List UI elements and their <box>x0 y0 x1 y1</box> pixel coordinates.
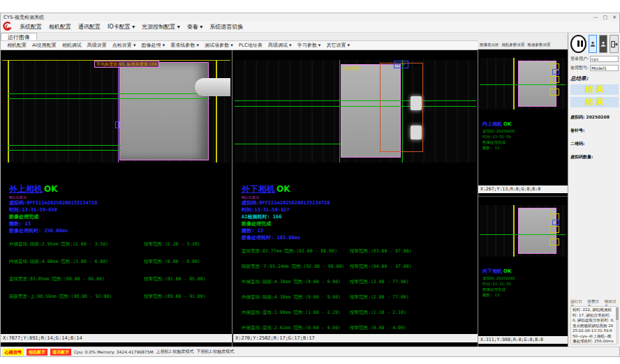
camera-view-outer-bottom[interactable]: AI绘图区 F23.8 外下相机OK <box>233 50 478 347</box>
info-line: 虚拟码:20250208 <box>482 128 515 134</box>
tab-camera-params[interactable]: 相机参数设置 <box>502 43 525 47</box>
menu-view[interactable]: 查看 ▾ <box>184 23 207 31</box>
green-measure-line <box>480 234 566 235</box>
close-icon[interactable]: ✕ <box>612 14 617 21</box>
camera-image-outer-top[interactable]: 平均灰度值:93, 标准灰度值:100 <box>2 60 230 162</box>
model-label: 使用型号: <box>570 65 589 71</box>
alarm-range: 报警范围:(81.00 - 85.00) <box>144 276 206 282</box>
camera-view-outer-top[interactable]: 平均灰度值:93, 标准灰度值:100 外上相机OK <box>1 50 232 347</box>
info-line: 虚拟码:20250208 <box>482 275 515 281</box>
thumbnail-inner-top[interactable]: 内上相机OK 虚拟码:20250208 时间:13-31-59 图像处理完成 圈… <box>478 50 568 197</box>
roller-arm <box>195 78 230 96</box>
capture-time: 时间:13-31-59-627 <box>242 206 475 213</box>
user-button[interactable] <box>589 35 597 53</box>
menu-bar: 系统配置 相机配置 通讯配置 IO卡配置 ▾ 光源控制配置 ▾ 查看 ▾ 系统语… <box>1 21 619 33</box>
yellow-line <box>513 58 515 109</box>
capture-time: 时间:13-31-59-650 <box>9 206 229 213</box>
tool-plc-address[interactable]: PLC地址表 <box>236 42 265 49</box>
qr-code-label: 二维码: <box>570 141 619 147</box>
total-result-label: 总结果: <box>570 75 619 82</box>
blue-roi-box <box>552 69 559 75</box>
log-scrollbar[interactable] <box>616 306 619 344</box>
login-user-row: 登录用户: cys <box>570 56 619 62</box>
maximize-icon[interactable]: ▢ <box>603 14 608 21</box>
info-line: 图像处理完成 <box>482 139 515 145</box>
tool-camera-debug[interactable]: 相机调试 <box>59 42 84 49</box>
tool-test-params[interactable]: 测试项参数 ▾ <box>202 42 236 49</box>
camera-title: 内上相机 <box>482 121 502 127</box>
tool-image-processing[interactable]: 图像处理 ▾ <box>139 42 168 49</box>
thumbnail-inner-bottom[interactable]: 内下相机OK 虚拟码:20250208 时间:13-31-59 图像处理完成 圈… <box>478 197 568 347</box>
title-bar: CYS-视觉检测系统 — ▢ ✕ <box>1 13 619 21</box>
code-count-label: 虚拟码数量: <box>570 154 619 160</box>
info-line: 圈数: 13 <box>482 145 515 151</box>
green-measure-line <box>8 98 210 99</box>
green-measure-line <box>235 144 341 144</box>
tool-ai-config[interactable]: AI使用配置 <box>29 42 59 49</box>
result-info-outer-bottom: 外下相机OK NG:0;B:0 虚拟码:0FFIIim2025020813313… <box>242 181 475 340</box>
tab-detect-params[interactable]: 检测参数设置 <box>528 43 551 47</box>
tool-advanced-settings[interactable]: 高级设置 <box>84 42 110 49</box>
login-user-input[interactable]: cys <box>590 56 619 62</box>
exit-door-icon <box>610 40 618 48</box>
panel-buttons <box>570 35 619 53</box>
camera-title: 内下相机 <box>482 268 502 274</box>
main-view-column: 运行图像 相机配置 AI使用配置 相机调试 高级设置 点检设置 ▾ 图像处理 ▾… <box>1 33 478 347</box>
ai-draw-area-label: AI绘图区 <box>344 66 360 72</box>
status-ok-label: OK <box>44 184 58 194</box>
alarm-range: 报警范围:(0.00 - 8.00) <box>144 259 200 264</box>
cpu-memory-readout: Cpu: 0.0% Memory: 3424.41796875M <box>74 349 154 354</box>
exit-button[interactable] <box>610 35 619 53</box>
tab-row: 运行图像 <box>1 33 478 41</box>
measurement-value: 外侧直线-直线:2.61mm 范围:(0.60 - 4.00) <box>242 325 350 331</box>
camera-status-badge: 相机断开 <box>27 349 47 356</box>
virtual-code: 虚拟码:0FFIIim20250208133134728 <box>9 199 229 206</box>
menu-system-config[interactable]: 系统配置 <box>16 23 45 31</box>
menu-camera-config[interactable]: 相机配置 <box>45 23 75 31</box>
measurement-value: 内侧直线-隔膜:4.38mm 范围:(0.00 - 9.00) <box>242 294 350 300</box>
process-elapsed: 图像处理耗时: 258.00ms <box>9 227 229 234</box>
thumbnail-image[interactable] <box>480 205 566 257</box>
thumbnail-image[interactable] <box>480 58 566 109</box>
process-done-label: 图像处理完成 <box>9 213 229 220</box>
measurement-value: 直线宽度:83.05mm 范围:(80.00 - 86.00) <box>9 276 144 282</box>
measurement-row: 内侧直线-直线:1.90mm 范围:(1.00 - 2.20)报警范围:(1.1… <box>242 310 475 315</box>
blue-roi-box: F23.8 <box>394 61 408 68</box>
alarm-range: 报警范围:(2.00 - 77.00) <box>350 279 409 285</box>
pause-button[interactable] <box>570 35 586 53</box>
green-measure-line <box>235 100 476 101</box>
measurement-value: 内侧直线-直线:1.90mm 范围:(1.00 - 2.20) <box>242 310 350 315</box>
tool-spot-check[interactable]: 点检设置 ▾ <box>110 42 139 49</box>
operator-button[interactable] <box>599 35 607 53</box>
tab-image-display[interactable]: 图像显示区 <box>480 43 499 47</box>
yellow-roi-box <box>549 226 559 233</box>
measurement-row: 外侧直线-隔膜:4.38mm 范围:(0.00 - 9.00)报警范围:(2.0… <box>242 279 475 285</box>
pixel-coordinate-bar: X:311;Y:980;R:0;G:0;B:0 <box>478 336 568 344</box>
info-line: 圈数: 13 <box>482 292 515 298</box>
minimize-icon[interactable]: — <box>593 14 598 21</box>
alarm-range: 报警范围:(89.00 - 91.00) <box>144 294 206 299</box>
heartbeat-badge: 心跳信号 <box>3 349 24 356</box>
tool-camera-config[interactable]: 相机配置 <box>4 42 29 49</box>
measurement-row: 隔膜宽度-下:95.24mm 范围:(92.00 - 98.00)报警范围:(9… <box>242 264 475 269</box>
tool-baseline-params[interactable]: 基准线参数 ▾ <box>168 42 202 49</box>
tool-learning-params[interactable]: 学习参数 ▾ <box>295 42 324 49</box>
control-panel: 登录用户: cys 使用型号: Model1 总结果: 结 果 结 果 虚拟码:… <box>568 33 620 347</box>
thumbnail-info: 内下相机OK 虚拟码:20250208 时间:13-31-59 图像处理完成 圈… <box>482 262 515 298</box>
menu-light-config[interactable]: 光源控制配置 ▾ <box>138 23 184 31</box>
tab-run-image[interactable]: 运行图像 <box>1 33 37 40</box>
top-camera-mode: 上相机1:软触发模式 <box>156 349 194 355</box>
menu-comm-config[interactable]: 通讯配置 <box>75 23 104 31</box>
tool-other-settings[interactable]: 其它设置 ▾ <box>323 42 353 49</box>
operator-icon <box>600 40 607 47</box>
menu-language-switch[interactable]: 系统语言切换 <box>206 23 246 31</box>
menu-io-config[interactable]: IO卡配置 ▾ <box>104 23 138 31</box>
yellow-line-left <box>8 60 9 162</box>
info-line: 时间:13-31-59 <box>482 134 515 139</box>
camera-image-outer-bottom[interactable]: AI绘图区 F23.8 <box>235 60 476 162</box>
tool-advanced-debug[interactable]: 高级调试 ▾ <box>265 42 295 49</box>
login-user-label: 登录用户: <box>570 56 589 62</box>
orange-roi-box <box>380 63 423 152</box>
model-input[interactable]: Model1 <box>590 65 619 71</box>
log-text-area[interactable]: 耗时: 222, 缺陷检测耗时: 17, 缺陷分类耗时: 0, 缺陷提取分区耗时… <box>570 306 619 344</box>
